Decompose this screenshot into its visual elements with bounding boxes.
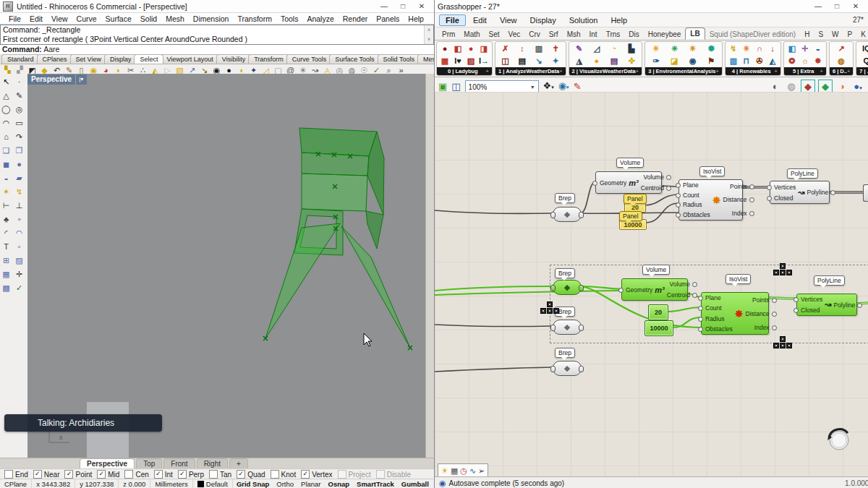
palette-tool-icon[interactable]: ⊞ [0, 254, 12, 267]
menu-item-transform[interactable]: Transform [233, 14, 276, 23]
maximize-button[interactable]: □ [393, 2, 412, 10]
osnap-perp[interactable]: ✓Perp [178, 470, 204, 479]
gh-menu-item-help[interactable]: Help [605, 15, 633, 25]
ribbon-component-icon[interactable]: ↗ [835, 43, 847, 54]
component-isovist[interactable]: PlaneCountRadiusObstacles✸PointsDistance… [701, 292, 769, 335]
mini-toolbar-icon[interactable]: ☀ [441, 466, 448, 476]
ribbon-component-icon[interactable]: ◧ [452, 43, 464, 54]
ribbon-component-icon[interactable]: ✜ [626, 55, 637, 67]
output-port-volume[interactable]: Volume [670, 281, 690, 288]
ribbon-component-icon[interactable]: ✇ [754, 55, 765, 67]
gh-tab-dis[interactable]: Dis [624, 29, 643, 40]
osnap-near[interactable]: ✓Near [33, 470, 60, 479]
command-input[interactable]: Aare [43, 45, 59, 53]
gh-tab-h[interactable]: H [800, 29, 814, 40]
toolbar-tab-display[interactable]: Display [104, 54, 137, 64]
palette-tool-icon[interactable]: ⊥ [13, 200, 25, 212]
gh-tab-squid-shapediver-edition[interactable]: Squid (ShapeDiver edition) [705, 29, 801, 40]
viewport-tab-right[interactable]: Right [197, 458, 228, 469]
viewport-title-tab[interactable]: Perspective |▾ [27, 74, 87, 85]
ribbon-component-icon[interactable]: IQ [861, 43, 868, 54]
palette-tool-icon[interactable]: ✓ [13, 282, 25, 294]
gh-tab-p[interactable]: P [843, 29, 857, 40]
ribbon-component-icon[interactable]: ◔ [608, 43, 620, 54]
open-file-icon[interactable]: ▣ [438, 81, 447, 93]
palette-tool-icon[interactable]: ▨ [13, 254, 25, 267]
param-brep[interactable]: ◆ [553, 320, 582, 335]
component-volume[interactable]: Geometrym³VolumeCentroid [595, 171, 662, 194]
gh-tab-srf[interactable]: Srf [545, 29, 563, 40]
palette-tool-icon[interactable]: ⊢ [0, 200, 12, 212]
ribbon-group-label[interactable]: 2 | VisualizeWeatherData+ [569, 67, 642, 75]
toolbar-tab-curve-tools[interactable]: Curve Tools [286, 54, 332, 64]
ribbon-component-icon[interactable]: ▥ [533, 43, 545, 54]
palette-tool-icon[interactable]: ▦ [0, 268, 12, 281]
status-field-y[interactable]: y 1207.338 [75, 479, 119, 488]
palette-tool-icon[interactable]: ◠ [13, 227, 25, 239]
status-toggle-gumball[interactable]: Gumball [398, 479, 433, 488]
gh-tab-msh[interactable]: Msh [563, 29, 585, 40]
output-port-index[interactable]: Index [754, 324, 770, 331]
sketch-pen-icon[interactable]: ✎ [574, 81, 582, 93]
palette-tool-icon[interactable]: ● [13, 158, 25, 171]
ribbon-group-expand-icon[interactable]: + [486, 67, 489, 75]
status-toggle-grid-snap[interactable]: Grid Snap [233, 479, 273, 488]
gh-tab-k[interactable]: K [856, 29, 868, 40]
ribbon-component-icon[interactable]: ☀ [687, 43, 699, 54]
mini-toolbar-icon[interactable]: ∿ [469, 466, 476, 476]
ribbon-group-expand-icon[interactable]: + [716, 67, 719, 75]
status-field-z[interactable]: z 0.000 [119, 479, 150, 488]
output-port-distance[interactable]: Distance [746, 310, 770, 317]
ribbon-component-icon[interactable]: ⚑ [705, 55, 717, 67]
ribbon-component-icon[interactable]: ◨ [478, 43, 490, 54]
close-button[interactable]: ✕ [846, 2, 865, 10]
output-port-polyline[interactable]: Polyline [833, 301, 855, 309]
ribbon-component-icon[interactable]: ↓ [767, 43, 778, 54]
palette-tool-icon[interactable]: ❏ [0, 145, 12, 157]
checkbox-quad[interactable]: ✓ [237, 470, 245, 479]
checkbox-cen[interactable] [124, 470, 133, 479]
component-polyline[interactable]: VerticesClosed↝Polyline [770, 181, 830, 204]
param-brep[interactable]: ◆ [553, 361, 582, 376]
checkbox-tan[interactable] [209, 470, 218, 479]
checkbox-int[interactable]: ✓ [154, 470, 163, 479]
input-port-obstacles[interactable]: Obstacles [705, 325, 733, 333]
palette-tool-icon[interactable]: ▭ [13, 117, 25, 129]
input-port-vertices[interactable]: Vertices [774, 184, 796, 191]
output-port-volume[interactable]: Volume [644, 174, 664, 181]
ribbon-component-icon[interactable]: ◫ [500, 55, 511, 67]
ribbon-component-icon[interactable]: ● [591, 55, 603, 67]
input-port-geometry[interactable]: Geometry [600, 179, 626, 187]
palette-tool-icon[interactable]: △ [0, 90, 12, 102]
palette-tool-icon[interactable]: ↷ [13, 131, 25, 143]
palette-tool-icon[interactable]: ❐ [13, 145, 25, 157]
ribbon-group-label[interactable]: 5 | Extra+ [784, 67, 826, 75]
checkbox-perp[interactable]: ✓ [178, 470, 187, 479]
viewport-dropdown-icon[interactable]: |▾ [75, 74, 83, 85]
toolbar-tab-mesh-tools[interactable]: Mesh Tools [417, 54, 434, 64]
viewport-tab-front[interactable]: Front [163, 458, 195, 469]
menu-item-tools[interactable]: Tools [276, 14, 303, 23]
osnap-knot[interactable]: Knot [271, 470, 297, 479]
ribbon-component-icon[interactable]: ↕ [516, 43, 528, 54]
ribbon-group-expand-icon[interactable]: + [636, 67, 639, 75]
ribbon-component-icon[interactable]: Q [861, 55, 868, 67]
output-port-centroid[interactable]: Centroid [667, 291, 690, 299]
compass-widget[interactable] [825, 426, 851, 452]
palette-tool-icon[interactable]: ◠ [0, 117, 12, 129]
palette-tool-icon[interactable]: ♣ [0, 213, 12, 226]
component-polyline[interactable]: VerticesClosed↝Polyline [796, 294, 857, 316]
menu-item-solid[interactable]: Solid [136, 14, 161, 23]
ribbon-group-label[interactable]: 6 | D..+ [830, 67, 853, 75]
osnap-disable[interactable]: Disable [376, 470, 411, 479]
model-face[interactable] [302, 174, 367, 211]
gh-tab-w[interactable]: W [827, 29, 843, 40]
ribbon-component-icon[interactable]: ✛ [799, 43, 811, 54]
component-isovist[interactable]: PlaneCountRadiusObstacles✸PointsDistance… [678, 179, 743, 221]
menu-item-curve[interactable]: Curve [72, 14, 101, 23]
input-port-radius[interactable]: Radius [683, 201, 702, 208]
gh-tab-lb[interactable]: LB [685, 27, 705, 40]
gh-tab-vec[interactable]: Vec [504, 29, 525, 40]
model-face[interactable] [366, 211, 383, 249]
command-prompt[interactable]: Command: Aare [0, 45, 434, 54]
